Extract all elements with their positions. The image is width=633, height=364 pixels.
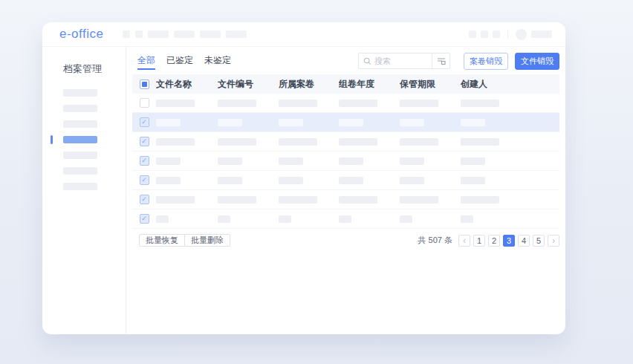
placeholder-bar bbox=[156, 215, 169, 223]
table-cell bbox=[218, 174, 279, 187]
nav-placeholder-group bbox=[123, 30, 247, 38]
placeholder-bar bbox=[461, 196, 499, 204]
placeholder-bar bbox=[218, 177, 242, 184]
placeholder-bar bbox=[279, 215, 291, 223]
table-cell bbox=[400, 212, 461, 226]
select-all-checkbox[interactable] bbox=[140, 79, 149, 89]
table-row[interactable] bbox=[132, 94, 559, 113]
table-cell bbox=[279, 174, 339, 187]
placeholder-bar bbox=[156, 157, 181, 165]
table-footer: 批量恢复批量删除 共 507 条 ‹12345› bbox=[132, 234, 559, 247]
row-checkbox[interactable]: ✓ bbox=[140, 175, 149, 185]
prev-page-button[interactable]: ‹ bbox=[458, 235, 470, 247]
search-placeholder: 搜索 bbox=[374, 56, 391, 67]
table-cell bbox=[279, 193, 339, 207]
sidebar-item-placeholder[interactable] bbox=[63, 167, 97, 175]
placeholder-bar bbox=[156, 196, 195, 204]
placeholder-bar bbox=[156, 177, 181, 184]
table-cell bbox=[156, 116, 218, 129]
row-checkbox[interactable]: ✓ bbox=[140, 195, 149, 204]
table-row[interactable]: ✓ bbox=[132, 171, 559, 190]
file-destroy-button[interactable]: 文件销毁 bbox=[515, 53, 559, 70]
tab-已鉴定[interactable]: 已鉴定 bbox=[166, 52, 193, 70]
row-checkbox-cell: ✓ bbox=[132, 156, 156, 166]
row-checkbox[interactable] bbox=[140, 98, 149, 108]
table-cell bbox=[279, 212, 339, 226]
placeholder-bar bbox=[339, 100, 377, 107]
placeholder-bar bbox=[339, 196, 377, 204]
placeholder-bar bbox=[461, 100, 499, 107]
placeholder-bar bbox=[156, 100, 195, 107]
column-header: 保管期限 bbox=[400, 78, 461, 91]
placeholder-bar bbox=[339, 177, 363, 184]
sidebar-item-placeholder[interactable] bbox=[63, 152, 97, 159]
batch-button-group: 批量恢复批量删除 bbox=[139, 234, 230, 247]
page-button-1[interactable]: 1 bbox=[473, 235, 485, 247]
table-cell bbox=[400, 135, 461, 149]
row-checkbox[interactable]: ✓ bbox=[140, 156, 149, 166]
sidebar-item-placeholder[interactable] bbox=[63, 120, 97, 128]
placeholder-bar bbox=[156, 119, 181, 126]
table-cell bbox=[400, 193, 461, 207]
table-row[interactable]: ✓ bbox=[132, 152, 559, 171]
table-cell bbox=[400, 155, 461, 168]
table-cell bbox=[339, 155, 400, 168]
placeholder-bar bbox=[218, 100, 256, 107]
sidebar-menu bbox=[63, 89, 126, 190]
tab-全部[interactable]: 全部 bbox=[137, 52, 155, 70]
column-header: 文件编号 bbox=[218, 78, 279, 91]
archive-destroy-button[interactable]: 案卷销毁 bbox=[464, 53, 508, 70]
batch-button-批量恢复[interactable]: 批量恢复 bbox=[139, 234, 185, 247]
table-cell bbox=[156, 135, 218, 149]
tabs: 全部已鉴定未鉴定 bbox=[132, 52, 231, 70]
search-input[interactable]: 搜索 bbox=[358, 53, 450, 69]
table-cell bbox=[461, 212, 559, 226]
page-button-2[interactable]: 2 bbox=[488, 235, 500, 247]
table-cell bbox=[339, 174, 400, 187]
table-row[interactable]: ✓ bbox=[132, 190, 559, 209]
placeholder-bar bbox=[279, 177, 303, 184]
row-checkbox[interactable]: ✓ bbox=[140, 137, 149, 146]
advanced-search-button[interactable] bbox=[432, 53, 449, 68]
page-button-5[interactable]: 5 bbox=[533, 235, 545, 247]
batch-button-批量删除[interactable]: 批量删除 bbox=[184, 234, 230, 247]
table-row[interactable]: ✓ bbox=[132, 209, 559, 229]
placeholder-bar bbox=[400, 196, 438, 204]
next-page-button[interactable]: › bbox=[548, 235, 559, 247]
table-cell bbox=[156, 155, 218, 168]
placeholder-bar bbox=[339, 119, 363, 126]
table-row[interactable]: ✓ bbox=[132, 113, 559, 132]
table-cell bbox=[400, 174, 461, 187]
search-icon bbox=[363, 57, 371, 65]
table-cell bbox=[461, 193, 559, 207]
table-row[interactable]: ✓ bbox=[132, 132, 559, 152]
top-navbar: e-office bbox=[42, 22, 565, 47]
placeholder-bar bbox=[218, 119, 242, 126]
sidebar-item-placeholder[interactable] bbox=[63, 105, 97, 112]
sidebar-item-placeholder[interactable] bbox=[63, 183, 97, 190]
page-button-3[interactable]: 3 bbox=[503, 235, 515, 247]
table-cell bbox=[218, 212, 279, 226]
table-cell bbox=[156, 212, 218, 226]
sidebar-item-placeholder[interactable] bbox=[63, 89, 97, 97]
tab-未鉴定[interactable]: 未鉴定 bbox=[204, 52, 231, 70]
table-cell bbox=[218, 155, 279, 168]
table-cell bbox=[218, 193, 279, 207]
table-cell bbox=[339, 97, 400, 110]
table-cell bbox=[461, 135, 559, 149]
page-button-4[interactable]: 4 bbox=[518, 235, 530, 247]
table-cell bbox=[279, 97, 339, 110]
active-item-indicator bbox=[51, 135, 53, 144]
placeholder-bar bbox=[461, 215, 473, 223]
placeholder-bar bbox=[461, 138, 499, 146]
row-checkbox[interactable]: ✓ bbox=[140, 214, 149, 224]
sidebar-item-active[interactable] bbox=[63, 136, 97, 143]
placeholder-bar bbox=[279, 119, 303, 126]
nav-placeholder-item bbox=[174, 30, 195, 38]
nav-placeholder-square bbox=[123, 30, 130, 38]
placeholder-bar bbox=[461, 157, 485, 165]
row-checkbox[interactable]: ✓ bbox=[140, 117, 149, 127]
table-cell bbox=[339, 135, 400, 149]
placeholder-bar bbox=[400, 177, 424, 184]
table-cell bbox=[461, 97, 559, 110]
